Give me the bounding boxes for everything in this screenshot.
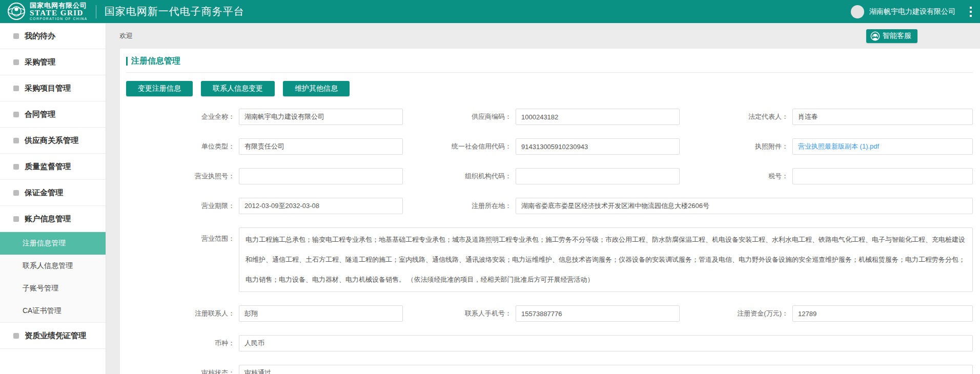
- submenu-item-label: 联系人信息管理: [23, 261, 73, 271]
- legal-representative-input[interactable]: 肖连春: [792, 109, 973, 125]
- menu-square-icon: [13, 138, 19, 143]
- tax-no-input[interactable]: [792, 168, 973, 184]
- sidebar-item-quality-supervision-mgmt[interactable]: 质量监督管理: [0, 154, 106, 180]
- header-divider: [96, 5, 96, 18]
- registered-address-input[interactable]: 湖南省娄底市娄星区经济技术开发区湘中物流园信息大楼2606号: [516, 198, 973, 214]
- menu-square-icon: [13, 190, 19, 196]
- business-scope-label: 营业范围：: [126, 227, 239, 243]
- registered-contact-input[interactable]: 彭翔: [239, 305, 403, 322]
- sidebar-item-procurement-project-mgmt[interactable]: 采购项目管理: [0, 75, 106, 101]
- user-company-name[interactable]: 湖南帆宇电力建设有限公司: [869, 7, 955, 16]
- menu-square-icon: [13, 164, 19, 170]
- company-fullname-label: 企业全称：: [126, 112, 239, 121]
- business-term-input[interactable]: 2012-03-09至2032-03-08: [239, 198, 403, 214]
- sidebar-item-label: 保证金管理: [25, 188, 63, 198]
- title-accent-bar: [126, 57, 128, 66]
- business-scope-input[interactable]: 电力工程施工总承包；输变电工程专业承包；地基基础工程专业承包；城市及道路照明工程…: [239, 227, 973, 292]
- registered-address-label: 注册所在地：: [403, 201, 516, 211]
- smart-service-label: 智能客服: [883, 31, 911, 40]
- sidebar-item-procurement-mgmt[interactable]: 采购管理: [0, 49, 106, 75]
- user-avatar[interactable]: [851, 5, 864, 18]
- state-grid-emblem-icon: [7, 2, 26, 20]
- page-title: 注册信息管理: [131, 56, 180, 67]
- menu-square-icon: [13, 333, 19, 339]
- sidebar-item-qualification-performance-mgmt[interactable]: 资质业绩凭证管理: [0, 323, 106, 349]
- sidebar-item-label: 采购管理: [25, 57, 55, 67]
- kebab-menu-icon[interactable]: [970, 7, 972, 17]
- registration-info-panel: 注册信息管理 变更注册信息 联系人信息变更 维护其他信息 企业全称： 湖南帆宇电…: [120, 49, 980, 374]
- platform-title: 国家电网新一代电子商务平台: [105, 5, 244, 18]
- currency-input[interactable]: 人民币: [239, 335, 973, 351]
- registered-capital-input[interactable]: 12789: [792, 305, 973, 322]
- menu-square-icon: [13, 33, 19, 39]
- change-contact-info-button[interactable]: 联系人信息变更: [201, 81, 275, 96]
- sidebar-item-deposit-mgmt[interactable]: 保证金管理: [0, 180, 106, 206]
- menu-square-icon: [13, 112, 19, 117]
- logo-company-en-sub: CORPORATION OF CHINA: [30, 17, 88, 21]
- contact-mobile-input[interactable]: 15573887776: [516, 305, 680, 322]
- smart-service-button[interactable]: 智能客服: [866, 29, 917, 43]
- tab-welcome[interactable]: 欢迎: [106, 31, 133, 40]
- registered-contact-label: 注册联系人：: [126, 309, 239, 318]
- sidebar-item-supplier-relation-mgmt[interactable]: 供应商关系管理: [0, 128, 106, 154]
- app-header: 国家电网有限公司 STATE GRID CORPORATION OF CHINA…: [0, 0, 980, 23]
- sidebar-item-label: 采购项目管理: [25, 84, 71, 93]
- business-license-no-input[interactable]: [239, 168, 403, 184]
- menu-square-icon: [13, 216, 19, 222]
- audit-status-input[interactable]: 审核通过: [239, 365, 973, 374]
- org-code-label: 组织机构代码：: [403, 172, 516, 181]
- license-attachment-label: 执照附件：: [680, 142, 792, 151]
- registration-form: 企业全称： 湖南帆宇电力建设有限公司 供应商编码： 1000243182 法定代…: [126, 109, 973, 374]
- unified-social-credit-code-label: 统一社会信用代码：: [403, 142, 516, 151]
- audit-status-label: 审核状态：: [126, 368, 239, 374]
- registered-capital-label: 注册资金(万元)：: [680, 309, 792, 318]
- sidebar-item-label: 质量监督管理: [25, 162, 71, 172]
- tax-no-label: 税号：: [680, 172, 792, 181]
- sidebar-item-my-todo[interactable]: 我的待办: [0, 23, 106, 49]
- submenu-item-subaccount-mgmt[interactable]: 子账号管理: [0, 277, 106, 300]
- sidebar-item-label: 供应商关系管理: [25, 136, 78, 146]
- supplier-code-label: 供应商编码：: [403, 112, 516, 121]
- logo-company-cn: 国家电网有限公司: [30, 2, 88, 9]
- account-info-submenu: 注册信息管理 联系人信息管理 子账号管理 CA证书管理: [0, 232, 106, 323]
- title-divider: [126, 72, 973, 73]
- welcome-bar: 欢迎 智能客服: [106, 23, 980, 49]
- submenu-item-label: CA证书管理: [23, 306, 61, 316]
- unified-social-credit-code-input[interactable]: 914313005910230943: [516, 138, 680, 155]
- sidebar-item-label: 资质业绩凭证管理: [25, 331, 86, 341]
- sidebar-item-account-info-mgmt[interactable]: 账户信息管理: [0, 206, 106, 232]
- submenu-item-contact-info-mgmt[interactable]: 联系人信息管理: [0, 255, 106, 277]
- company-fullname-input[interactable]: 湖南帆宇电力建设有限公司: [239, 109, 403, 125]
- state-grid-logo: 国家电网有限公司 STATE GRID CORPORATION OF CHINA: [0, 2, 88, 20]
- supplier-code-input[interactable]: 1000243182: [516, 109, 680, 125]
- org-code-input[interactable]: [516, 168, 680, 184]
- legal-representative-label: 法定代表人：: [680, 112, 792, 121]
- menu-square-icon: [13, 86, 19, 91]
- menu-square-icon: [13, 59, 19, 65]
- submenu-item-ca-certificate-mgmt[interactable]: CA证书管理: [0, 300, 106, 322]
- logo-company-en: STATE GRID: [30, 9, 88, 17]
- sidebar-item-contract-mgmt[interactable]: 合同管理: [0, 101, 106, 128]
- business-license-no-label: 营业执照号：: [126, 172, 239, 181]
- submenu-item-registration-info-mgmt[interactable]: 注册信息管理: [0, 232, 106, 255]
- headset-agent-icon: [870, 31, 880, 41]
- currency-label: 币种：: [126, 339, 239, 348]
- submenu-item-label: 子账号管理: [23, 284, 58, 293]
- sidebar-nav: 我的待办 采购管理 采购项目管理 合同管理 供应商关系管理 质量监督管理 保证金…: [0, 23, 106, 374]
- change-registration-info-button[interactable]: 变更注册信息: [126, 81, 193, 96]
- unit-type-label: 单位类型：: [126, 142, 239, 151]
- license-attachment-link[interactable]: 营业执照最新版副本 (1).pdf: [792, 138, 973, 155]
- sidebar-item-label: 合同管理: [25, 110, 55, 119]
- sidebar-item-label: 账户信息管理: [25, 214, 71, 224]
- contact-mobile-label: 联系人手机号：: [403, 309, 516, 318]
- sidebar-item-label: 我的待办: [25, 31, 55, 41]
- business-term-label: 营业期限：: [126, 201, 239, 211]
- submenu-item-label: 注册信息管理: [23, 239, 66, 248]
- maintain-other-info-button[interactable]: 维护其他信息: [283, 81, 350, 96]
- unit-type-input[interactable]: 有限责任公司: [239, 138, 403, 155]
